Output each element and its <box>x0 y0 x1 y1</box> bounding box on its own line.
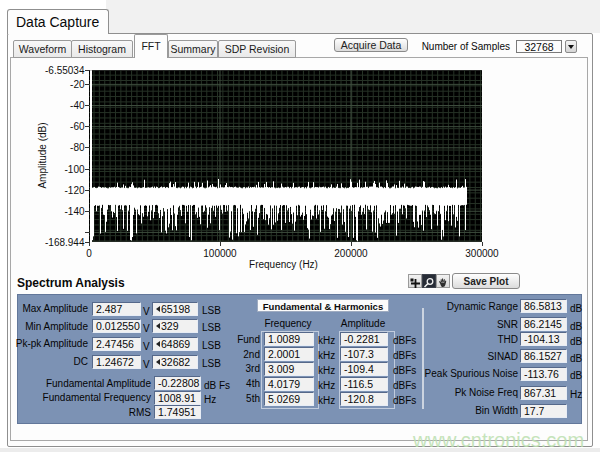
tab-data-capture-label: Data Capture <box>16 14 99 30</box>
harmonic-frequency-unit: kHz <box>318 395 336 406</box>
stat-lsb-unit: LSB <box>202 358 221 369</box>
x-tick-mark <box>351 242 352 246</box>
tab-summary[interactable]: Summary <box>168 40 218 58</box>
harmonic-amplitude-field[interactable]: -116.5 <box>340 377 388 391</box>
harmonic-name: Fund <box>234 334 260 345</box>
stat-lsb-field[interactable]: 329 <box>152 319 198 333</box>
harmonic-amplitude-unit: dBFs <box>393 395 416 406</box>
stat-row: Peak Spurious Noise -113.76 dB <box>424 365 584 383</box>
cursor-tool-icon[interactable] <box>408 274 422 288</box>
harmonic-frequency-field[interactable]: 1.0089 <box>264 332 314 346</box>
stat-value-field[interactable]: 2.487 <box>92 302 141 316</box>
harmonic-amplitude-field[interactable]: -0.2281 <box>340 332 388 346</box>
harmonic-name: 5th <box>234 393 260 404</box>
save-plot-button[interactable]: Save Plot <box>452 273 520 289</box>
stat-label: SINAD <box>424 351 518 362</box>
stat-lsb-field[interactable]: 64869 <box>152 337 198 351</box>
harmonic-name: 3rd <box>234 363 260 374</box>
watermark: www.cntronics.com <box>413 429 593 452</box>
harmonic-amplitude-field[interactable]: -107.3 <box>340 347 388 361</box>
stat-label: Bin Width <box>424 405 518 416</box>
y-tick-label: -168.944 <box>25 237 85 248</box>
harmonic-amplitude-unit: dBFs <box>393 380 416 391</box>
stat-label: DC <box>14 356 88 367</box>
pan-tool-icon[interactable] <box>436 274 450 288</box>
harmonics-amplitude-header: Amplitude <box>333 318 393 329</box>
y-tick-mark <box>85 105 89 106</box>
x-axis-label: Frequency (Hz) <box>224 259 344 270</box>
stat-value-field[interactable]: 86.5813 <box>520 299 567 313</box>
stat-row: Min Amplitude 0.0125504 V 329 LSB <box>14 318 244 336</box>
stat-lsb-unit: LSB <box>202 305 221 316</box>
harmonic-row: 2nd 2.0001 kHz -107.3 dBFs <box>234 347 416 362</box>
stat-row: Max Amplitude 2.487 V 65198 LSB <box>14 300 244 318</box>
stat-label: THD <box>424 334 518 345</box>
dropdown-arrow-icon <box>568 45 574 49</box>
x-tick-label: 0 <box>59 248 119 259</box>
stat-unit: dB <box>570 353 582 364</box>
harmonic-frequency-unit: kHz <box>318 365 336 376</box>
stat-label: RMS <box>20 407 151 418</box>
acquire-data-button[interactable]: Acquire Data <box>334 38 408 52</box>
stat-value-field[interactable]: 1008.91 <box>154 391 201 405</box>
stat-label: Pk-pk Amplitude <box>14 338 88 349</box>
stat-label: Fundamental Frequency <box>20 392 151 403</box>
stat-row: Dynamic Range 86.5813 dB <box>424 297 584 315</box>
stat-unit: V <box>143 359 150 370</box>
fundamental-stats-group: Fundamental Amplitude -0.22808 dB Fs Fun… <box>20 376 260 420</box>
fft-plot-canvas[interactable] <box>89 70 482 242</box>
harmonic-name: 2nd <box>234 349 260 360</box>
stat-lsb-field[interactable]: 32682 <box>152 355 198 369</box>
stat-lsb-field[interactable]: 65198 <box>152 302 198 316</box>
stat-unit: dB <box>570 321 582 332</box>
tab-fft[interactable]: FFT <box>134 34 168 58</box>
x-tick-label: 100000 <box>190 248 250 259</box>
harmonic-amplitude-field[interactable]: -120.8 <box>340 392 388 406</box>
stat-unit: dB Fs <box>204 380 230 391</box>
stat-value-field[interactable]: 86.1527 <box>520 349 567 363</box>
stat-value-field[interactable]: -113.76 <box>520 367 567 381</box>
tab-sdp-revision[interactable]: SDP Revision <box>218 40 296 58</box>
harmonic-row: 3rd 3.009 kHz -109.4 dBFs <box>234 362 416 377</box>
tab-data-capture[interactable]: Data Capture <box>7 9 109 34</box>
x-tick-mark <box>220 242 221 246</box>
stat-value-field[interactable]: -104.13 <box>520 332 567 346</box>
y-tick-label: -60 <box>25 121 85 132</box>
harmonic-amplitude-unit: dBFs <box>393 365 416 376</box>
harmonics-frequency-header: Frequency <box>258 318 318 329</box>
decrement-arrow-icon <box>156 323 160 329</box>
stat-value-field[interactable]: 86.2145 <box>520 317 567 331</box>
stat-value-field[interactable]: 17.7 <box>520 404 567 418</box>
stat-value-field[interactable]: 867.31 <box>520 386 567 400</box>
stat-value-field[interactable]: 2.47456 <box>92 337 141 351</box>
harmonic-amplitude-field[interactable]: -109.4 <box>340 362 388 376</box>
stat-value-field[interactable]: 1.24672 <box>92 355 141 369</box>
pan-tool-glyph <box>437 277 449 289</box>
tab-waveform[interactable]: Waveform <box>13 40 72 58</box>
harmonic-frequency-field[interactable]: 4.0179 <box>264 377 314 391</box>
stat-unit: V <box>143 323 150 334</box>
x-tick-label: 200000 <box>321 248 381 259</box>
stat-label: Max Amplitude <box>14 303 88 314</box>
x-tick-mark <box>482 242 483 246</box>
stat-row: DC 1.24672 V 32682 LSB <box>14 353 244 371</box>
stat-value-field[interactable]: 0.0125504 <box>92 319 141 333</box>
harmonics-title: Fundamental & Harmonics <box>257 299 389 312</box>
stat-value-field[interactable]: 1.74951 <box>154 405 201 419</box>
harmonic-row: 4th 4.0179 kHz -116.5 dBFs <box>234 376 416 391</box>
harmonic-frequency-field[interactable]: 2.0001 <box>264 347 314 361</box>
tab-histogram[interactable]: Histogram <box>71 40 133 58</box>
stat-lsb-value: 64869 <box>161 338 190 350</box>
number-of-samples-value[interactable]: 32768 <box>516 40 562 53</box>
stat-unit: V <box>143 341 150 352</box>
y-tick-mark <box>85 70 89 71</box>
number-of-samples-dropdown-button[interactable] <box>565 40 577 53</box>
stat-value-field[interactable]: -0.22808 <box>154 376 201 390</box>
stat-row: Fundamental Frequency 1008.91 Hz <box>20 391 260 406</box>
harmonic-frequency-field[interactable]: 3.009 <box>264 362 314 376</box>
y-tick-label: -100 <box>25 164 85 175</box>
harmonic-frequency-field[interactable]: 5.0269 <box>264 392 314 406</box>
zoom-tool-icon[interactable] <box>422 274 436 288</box>
harmonic-row: Fund 1.0089 kHz -0.2281 dBFs <box>234 332 416 347</box>
harmonics-table: Fund 1.0089 kHz -0.2281 dBFs 2nd 2.0001 … <box>234 332 416 406</box>
